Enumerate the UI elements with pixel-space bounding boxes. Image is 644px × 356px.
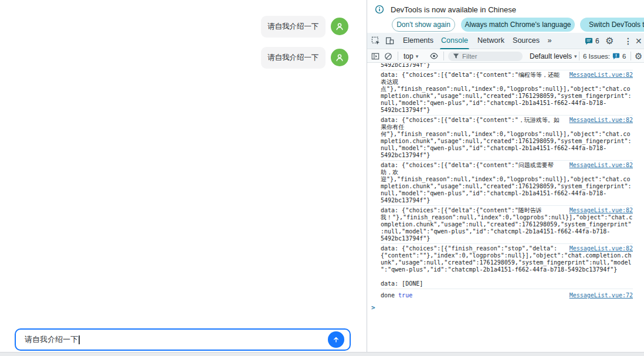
chat-pane: 请自我介绍一下 请自我介绍一下 请自我介绍一下 [0,0,367,352]
tab-console[interactable]: Console [439,33,470,49]
console-entry: donetrue MessageList.vue:72 [381,289,633,300]
chat-message-row: 请自我介绍一下 [261,47,348,69]
console-filter[interactable] [448,52,523,62]
always-match-language-button[interactable]: Always match Chrome's language [461,18,575,32]
tab-network[interactable]: Network [475,33,507,49]
dont-show-again-button[interactable]: Don't show again [392,18,455,32]
user-message-bubble: 请自我介绍一下 [261,47,326,69]
console-toolbar: top ▾ Default levels ▾ [367,50,644,63]
source-link[interactable]: MessageList.vue:82 [567,72,633,78]
tab-sources[interactable]: Sources [511,33,541,49]
user-message-bubble: 请自我介绍一下 [261,16,326,38]
kebab-menu-icon[interactable]: ⋮ [624,37,632,45]
arrow-up-icon [332,335,340,344]
inspect-element-icon[interactable] [371,36,380,45]
issue-bubble-icon [612,53,620,60]
execution-context-selector[interactable]: top ▾ [404,50,418,62]
console-settings-gear-icon[interactable]: ⚙ [635,52,642,60]
boolean-value: true [398,292,412,299]
console-log-text: 5492bc13794f"} [381,63,633,69]
live-expression-eye-icon[interactable] [429,50,439,62]
message-bubble-icon [585,38,593,45]
tab-elements[interactable]: Elements [401,33,435,49]
console-entry: 5492bc13794f"} [381,63,633,70]
person-icon [334,21,345,32]
info-icon [375,5,384,16]
screen: 请自我介绍一下 请自我介绍一下 请自我介绍一下 [0,0,644,356]
toolbar-divider [443,52,444,60]
send-button[interactable] [328,331,344,348]
devtools-pane: DevTools is now available in Chinese Don… [367,0,644,352]
infobar-message: DevTools is now available in Chinese [391,5,516,14]
user-avatar [331,18,348,35]
devtools-settings-gear-icon[interactable]: ⚙ [605,36,614,46]
source-link[interactable]: MessageList.vue:82 [567,117,633,123]
source-link[interactable]: MessageList.vue:82 [567,245,633,252]
chevron-down-icon: ▾ [574,53,577,59]
clear-console-icon[interactable] [384,50,392,62]
funnel-icon [453,53,459,59]
console-prompt-chevron[interactable]: > [371,300,633,311]
chat-message-row: 请自我介绍一下 [261,16,348,38]
issues-label: 6 Issues: [583,53,610,60]
tab-console-label: Console [441,36,468,45]
console-messages-count-value: 6 [595,37,599,45]
console-sidebar-icon[interactable] [371,50,379,62]
console-entry: data: {"choices":[{"delta":{"content":"，… [381,116,633,161]
switch-devtools-language-button[interactable]: Switch DevTools to [580,18,644,32]
log-levels-label: Default levels [530,52,572,60]
close-devtools-icon[interactable]: ✕ [635,37,642,45]
console-entry: data: {"choices":[{"delta":{"content":"问… [381,161,633,206]
chat-input[interactable]: 请自我介绍一下 [15,328,351,351]
device-toolbar-icon[interactable] [385,36,394,45]
filter-input[interactable] [462,53,515,60]
console-log-text: done [381,292,395,299]
active-tab-underline [440,48,469,50]
devtools-tab-bar: Elements Console Network Sources » 6 ⚙ ⋮… [367,33,644,49]
chat-input-value: 请自我介绍一下 [25,334,78,345]
chevron-down-icon: ▾ [416,53,419,59]
console-messages-count[interactable]: 6 [585,37,599,45]
window-bottom-edge [0,352,644,356]
toolbar-divider [398,52,398,60]
toolbar-divider [579,52,579,60]
source-link[interactable]: MessageList.vue:72 [567,292,633,299]
text-cursor [79,335,80,344]
log-levels-selector[interactable]: Default levels ▾ [530,50,577,62]
execution-context-label: top [404,52,413,60]
issues-count-value: 6 [622,53,626,60]
console-entry: data: {"choices":[{"delta":{"content":"随… [381,206,633,244]
issues-counter[interactable]: 6 Issues: 6 [583,50,626,62]
console-entry: data: {"choices":[{"delta":{"content":"编… [381,70,633,116]
toolbar-divider [631,52,631,60]
person-icon [334,52,345,63]
devtools-language-infobar: DevTools is now available in Chinese Don… [367,0,644,33]
source-link[interactable]: MessageList.vue:82 [567,162,633,168]
console-entry: data: {"choices":[{"finish_reason":"stop… [381,244,633,289]
console-log-area[interactable]: 5492bc13794f"} data: {"choices":[{"delta… [367,63,644,352]
user-avatar [331,49,348,66]
more-tabs-chevron[interactable]: » [544,33,555,49]
source-link[interactable]: MessageList.vue:82 [567,207,633,213]
